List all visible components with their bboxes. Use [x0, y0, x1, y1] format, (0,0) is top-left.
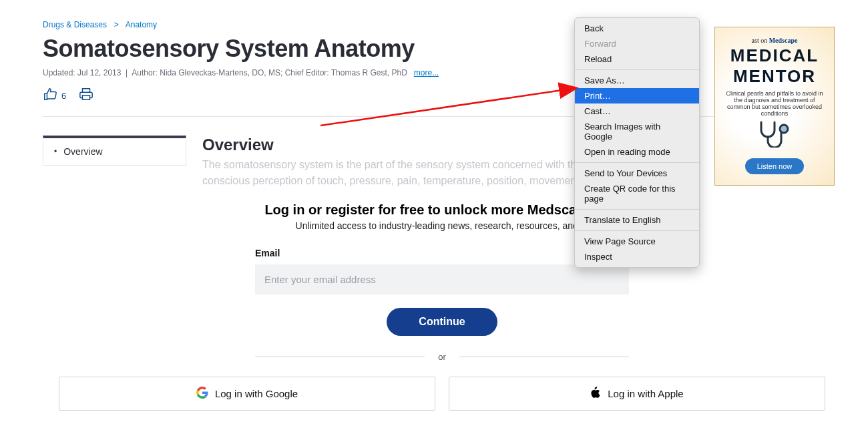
- ctx-forward: Forward: [575, 36, 699, 51]
- sidenav-item-overview[interactable]: Overview: [43, 138, 186, 165]
- email-input[interactable]: [255, 264, 629, 294]
- like-button[interactable]: 6: [43, 87, 66, 104]
- ctx-cast[interactable]: Cast…: [575, 103, 699, 119]
- ctx-search-images[interactable]: Search Images with Google: [575, 119, 699, 144]
- login-headline: Log in or register for free to unlock mo…: [59, 202, 825, 218]
- ad-panel: ast on Medscape MEDICAL MENTOR Clinical …: [714, 27, 835, 186]
- apple-icon: [590, 387, 601, 401]
- google-login-label: Log in with Google: [215, 388, 298, 399]
- google-login-button[interactable]: Log in with Google: [59, 377, 435, 411]
- meta-more-link[interactable]: more...: [414, 68, 439, 77]
- login-subtext: Unlimited access to industry-leading new…: [59, 220, 825, 231]
- ctx-save-as[interactable]: Save As…: [575, 73, 699, 88]
- ad-topline: ast on Medscape: [722, 37, 827, 44]
- stethoscope-icon: [722, 121, 827, 150]
- apple-login-button[interactable]: Log in with Apple: [449, 377, 825, 411]
- ctx-send-devices[interactable]: Send to Your Devices: [575, 166, 699, 181]
- like-count: 6: [61, 91, 66, 101]
- breadcrumb-leaf[interactable]: Anatomy: [126, 20, 157, 29]
- email-label: Email: [255, 248, 280, 258]
- continue-button[interactable]: Continue: [387, 308, 497, 336]
- divider: [43, 116, 825, 117]
- ctx-reading-mode[interactable]: Open in reading mode: [575, 144, 699, 160]
- ad-brand: Medscape: [769, 37, 798, 44]
- svg-point-0: [780, 125, 788, 133]
- or-text: or: [438, 352, 446, 362]
- page-title: Somatosensory System Anatomy: [43, 35, 825, 63]
- divider-line: [255, 357, 425, 357]
- apple-login-label: Log in with Apple: [608, 388, 683, 399]
- ad-listen-button[interactable]: Listen now: [745, 158, 805, 174]
- ad-description: Clinical pearls and pitfalls to avoid in…: [722, 90, 827, 117]
- print-button[interactable]: [78, 87, 94, 104]
- ctx-qr[interactable]: Create QR code for this page: [575, 181, 699, 206]
- ad-headline-1: MEDICAL: [722, 47, 827, 65]
- context-menu: Back Forward Reload Save As… Print… Cast…: [574, 17, 700, 268]
- article-meta: Updated: Jul 12, 2013 | Author: Nida Gle…: [43, 68, 825, 77]
- meta-author: Author: Nida Gleveckas-Martens, DO, MS; …: [132, 68, 407, 77]
- side-nav: Overview: [43, 136, 186, 166]
- google-icon: [196, 387, 208, 401]
- ctx-print[interactable]: Print…: [575, 88, 699, 103]
- thumbs-up-icon: [43, 87, 57, 104]
- ad-headline-2: MENTOR: [722, 67, 827, 85]
- breadcrumb-separator: >: [112, 20, 121, 29]
- ctx-back[interactable]: Back: [575, 21, 699, 36]
- meta-updated: Updated: Jul 12, 2013: [43, 68, 121, 77]
- ctx-view-source[interactable]: View Page Source: [575, 234, 699, 249]
- ctx-reload[interactable]: Reload: [575, 51, 699, 67]
- breadcrumb-root[interactable]: Drugs & Diseases: [43, 20, 107, 29]
- breadcrumb: Drugs & Diseases > Anatomy: [43, 20, 825, 29]
- ctx-inspect[interactable]: Inspect: [575, 249, 699, 264]
- divider-line: [459, 357, 629, 357]
- ctx-translate[interactable]: Translate to English: [575, 212, 699, 228]
- ad-top-prefix: ast on: [752, 37, 769, 44]
- meta-sep: |: [126, 68, 128, 77]
- section-preview: The somatosensory system is the part of …: [202, 157, 630, 189]
